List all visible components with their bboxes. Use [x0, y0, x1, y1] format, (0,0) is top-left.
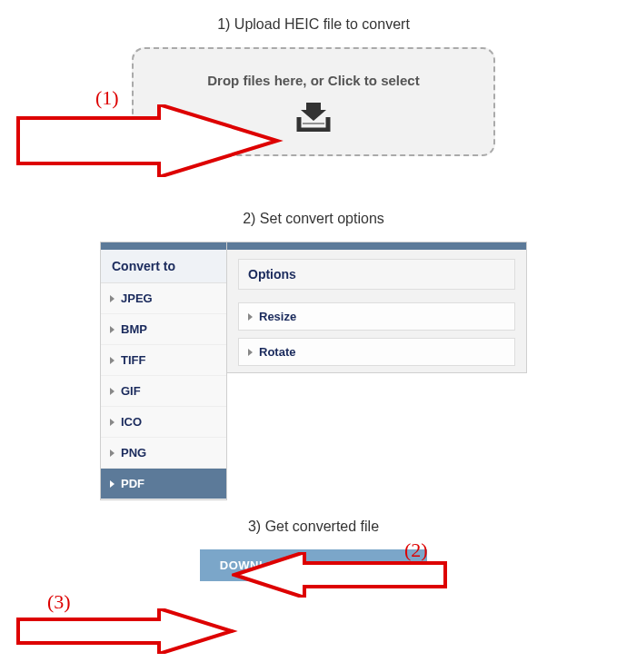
triangle-icon [110, 326, 114, 333]
step3-title: 3) Get converted file [0, 519, 627, 535]
triangle-icon [110, 419, 114, 426]
format-panel: Convert to JPEG BMP TIFF GIF ICO PNG PDF [100, 242, 227, 500]
triangle-icon [248, 349, 253, 356]
download-button[interactable]: DOWNLOAD CONVERTED FILE [200, 549, 428, 581]
panel-header-bar [101, 242, 226, 250]
format-bmp[interactable]: BMP [101, 314, 226, 345]
svg-marker-0 [301, 103, 326, 121]
step2-title: 2) Set convert options [0, 211, 627, 227]
format-pdf[interactable]: PDF [101, 469, 226, 499]
format-tiff[interactable]: TIFF [101, 345, 226, 376]
file-dropzone[interactable]: Drop files here, or Click to select [132, 47, 495, 156]
triangle-icon [110, 357, 114, 364]
format-png[interactable]: PNG [101, 438, 226, 469]
triangle-icon [110, 480, 114, 488]
options-panel: Options Resize Rotate [227, 242, 527, 373]
step1-title: 1) Upload HEIC file to convert [0, 16, 627, 33]
triangle-icon [248, 313, 253, 321]
option-resize[interactable]: Resize [238, 302, 515, 331]
triangle-icon [110, 450, 114, 457]
triangle-icon [110, 388, 114, 395]
annotation-2-label: (2) [404, 539, 428, 562]
convert-to-label: Convert to [101, 250, 226, 283]
options-label: Options [238, 259, 515, 290]
dropzone-text: Drop files here, or Click to select [207, 73, 419, 88]
format-ico[interactable]: ICO [101, 407, 226, 438]
format-jpeg[interactable]: JPEG [101, 283, 226, 314]
option-rotate[interactable]: Rotate [238, 338, 515, 366]
annotation-1-label: (1) [95, 86, 119, 110]
options-area: Convert to JPEG BMP TIFF GIF ICO PNG PDF… [100, 242, 527, 500]
annotation-arrow-3 [14, 608, 241, 654]
triangle-icon [110, 295, 114, 302]
svg-marker-4 [18, 608, 232, 654]
annotation-3-label: (3) [47, 590, 71, 614]
panel-header-bar [227, 242, 526, 250]
download-tray-icon [294, 97, 333, 132]
format-gif[interactable]: GIF [101, 376, 226, 407]
